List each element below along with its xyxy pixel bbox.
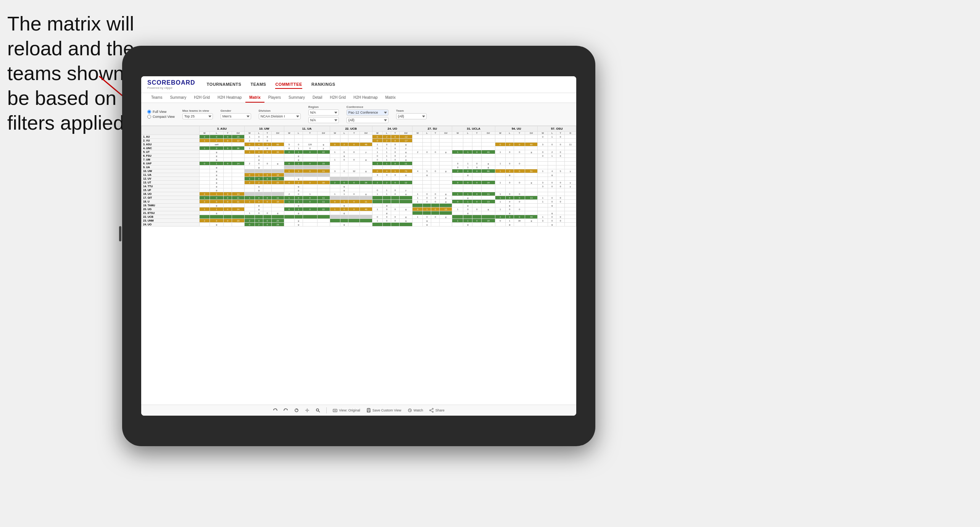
matrix-cell-l: 0 xyxy=(210,135,223,139)
matrix-cell-l: g xyxy=(294,219,303,223)
tab-players[interactable]: Players xyxy=(264,93,285,103)
svg-point-5 xyxy=(306,410,308,411)
matrix-cell-t xyxy=(472,177,482,181)
redo-btn[interactable] xyxy=(284,408,288,413)
matrix-cell-l: 0 xyxy=(255,135,263,139)
matrix-cell-t xyxy=(303,223,317,227)
matrix-cell-l: 0 xyxy=(463,181,472,185)
matrix-cell-t: 0 xyxy=(224,135,232,139)
settings-btn[interactable] xyxy=(305,408,309,413)
matrix-cell-dif xyxy=(565,162,576,165)
gender-select[interactable]: Men's Women's xyxy=(221,113,251,119)
matrix-cell-dif: g xyxy=(482,207,495,211)
matrix-cell-t xyxy=(472,154,482,158)
matrix-cell-self xyxy=(340,177,348,181)
tab-teams[interactable]: Teams xyxy=(147,93,166,103)
conference-label: Conference xyxy=(347,105,388,109)
full-view-radio[interactable]: Full View xyxy=(147,110,175,114)
matrix-cell-w: 0 xyxy=(372,135,382,139)
matrix-cell-dif xyxy=(440,219,452,223)
matrix-cell-t xyxy=(303,185,317,188)
nav-committee[interactable]: COMMITTEE xyxy=(275,80,302,89)
nav-rankings[interactable]: RANKINGS xyxy=(311,80,335,89)
share-btn[interactable]: Share xyxy=(429,408,445,413)
matrix-cell-l: 1 xyxy=(294,162,303,165)
division-select[interactable]: NCAA Division I NCAA Division II NAIA xyxy=(259,113,301,119)
matrix-cell-l: 2 xyxy=(255,223,263,227)
matrix-cell-l: g xyxy=(210,150,223,154)
watch-icon xyxy=(408,408,412,413)
matrix-cell-self xyxy=(348,177,360,181)
matrix-cell-t xyxy=(263,185,271,188)
region-select[interactable]: N/A All East West xyxy=(308,109,339,116)
matrix-cell-dif xyxy=(482,215,495,219)
view-radio-group: Full View Compact View xyxy=(147,110,175,119)
tab-summary[interactable]: Summary xyxy=(166,93,190,103)
matrix-cell-l: g xyxy=(255,207,263,211)
matrix-cell-self xyxy=(340,196,348,200)
region-select-2[interactable]: N/A xyxy=(308,117,339,123)
matrix-cell-dif xyxy=(482,146,495,150)
matrix-cell-w xyxy=(372,177,382,181)
conference-select[interactable]: Pac-12 Conference All ACC Big Ten xyxy=(347,109,388,116)
matrix-cell-t xyxy=(556,223,565,227)
row-team-name: 6. FSU xyxy=(142,154,200,158)
tab-h2h-heatmap[interactable]: H2H Heatmap xyxy=(214,93,245,103)
table-row: 6. FSUgggg010y010 xyxy=(142,154,576,158)
view-original-btn[interactable]: View: Original xyxy=(333,408,360,413)
compact-view-radio[interactable]: Compact View xyxy=(147,115,175,119)
matrix-cell-w xyxy=(538,192,548,196)
sh-asu-w: W xyxy=(199,132,210,135)
matrix-cell-self xyxy=(360,177,372,181)
tab-players-summary[interactable]: Summary xyxy=(285,93,309,103)
matrix-cell-dif xyxy=(271,139,284,143)
matrix-cell-l: g xyxy=(210,211,223,215)
tab-players-h2h-heatmap[interactable]: H2H Heatmap xyxy=(350,93,381,103)
nav-tournaments[interactable]: TOURNAMENTS xyxy=(207,80,242,89)
matrix-cell-dif xyxy=(317,158,330,162)
row-team-name: 5. UT xyxy=(142,150,200,154)
matrix-cell-w: 1 xyxy=(413,200,423,204)
matrix-cell-w: 1 xyxy=(199,139,210,143)
team-select[interactable]: (All) xyxy=(396,113,427,119)
matrix-cell-w xyxy=(413,143,423,146)
row-team-name: 15. UF xyxy=(142,188,200,192)
save-custom-view-btn[interactable]: Save Custom View xyxy=(366,408,401,413)
matrix-cell-t xyxy=(431,211,440,215)
tab-players-h2h-grid[interactable]: H2H Grid xyxy=(326,93,350,103)
matrix-cell-w xyxy=(538,188,548,192)
refresh-btn[interactable] xyxy=(294,408,299,413)
matrix-cell-t xyxy=(348,173,360,177)
matrix-cell-l: g xyxy=(210,181,223,185)
matrix-cell-dif xyxy=(232,223,245,227)
matrix-cell-t: 0 xyxy=(224,146,232,150)
matrix-cell-l xyxy=(505,146,514,150)
matrix-cell-dif xyxy=(360,162,372,165)
tab-h2h-grid[interactable]: H2H Grid xyxy=(190,93,214,103)
matrix-cell-l: 5 xyxy=(423,169,431,173)
matrix-content[interactable]: 3. ASU 10. UW 11. UA 22. UCB 24. UO 27. … xyxy=(141,126,576,405)
matrix-cell-l: g xyxy=(294,223,303,227)
matrix-cell-t xyxy=(472,188,482,192)
matrix-cell-w: 2 xyxy=(413,150,423,154)
tab-players-matrix[interactable]: Matrix xyxy=(382,93,400,103)
matrix-cell-t: 0 xyxy=(263,219,271,223)
nav-teams[interactable]: TEAMS xyxy=(250,80,266,89)
matrix-cell-l xyxy=(463,185,472,188)
tab-matrix[interactable]: Matrix xyxy=(245,93,264,103)
row-team-name: 12. UV xyxy=(142,177,200,181)
matrix-cell-dif: g xyxy=(399,215,413,219)
matrix-cell-t xyxy=(224,143,232,146)
matrix-cell-w: 2 xyxy=(244,139,255,143)
matrix-cell-l xyxy=(423,162,431,165)
matrix-cell-l: 0 xyxy=(210,219,223,223)
matrix-cell-t xyxy=(556,207,565,211)
watch-btn[interactable]: Watch xyxy=(408,408,423,413)
matrix-cell-dif xyxy=(232,185,245,188)
tab-detail[interactable]: Detail xyxy=(309,93,326,103)
matrix-cell-l xyxy=(423,158,431,162)
undo-btn[interactable] xyxy=(273,408,277,413)
conference-select-2[interactable]: (All) xyxy=(347,117,388,123)
max-teams-select[interactable]: Top 25 Top 50 All xyxy=(182,113,213,119)
zoom-btn[interactable] xyxy=(316,408,320,413)
